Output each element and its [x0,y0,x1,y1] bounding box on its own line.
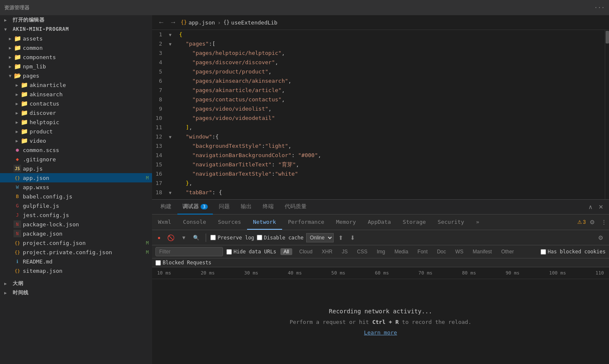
has-blocked-cookies-label[interactable]: Has blocked cookies [541,249,606,255]
filter-manifest-button[interactable]: Manifest [470,248,495,255]
tab-debug[interactable]: 调试器 3 [177,200,213,215]
filter-doc-button[interactable]: Doc [434,248,449,255]
line-arrow-18[interactable]: ▼ [169,188,176,197]
devtools-tab-more[interactable]: » [470,215,485,230]
sidebar-item-pages[interactable]: ▼ 📂 pages [0,71,152,80]
line-num-11: 11 [152,123,169,132]
search-button[interactable]: 🔍 [191,234,201,242]
filter-media-button[interactable]: Media [392,248,411,255]
record-button[interactable]: ● [155,234,163,242]
preserve-log-checkbox[interactable] [210,235,216,240]
sidebar-item-contactus[interactable]: ▶ 📁 contactus [0,99,152,108]
download-button[interactable]: ⬇ [348,233,357,242]
devtools-right-controls: ⚠ 3 ⚙ ⋮ [577,217,609,227]
tab-output[interactable]: 输出 [236,200,257,215]
section-outline[interactable]: ▶ 大纲 [0,279,152,288]
tab-debug-badge: 3 [201,204,208,209]
recording-description: Perform a request or hit Ctrl + R to rec… [290,319,471,325]
warning-icon: ⚠ [577,219,582,225]
sidebar-item-common-scss[interactable]: ● common.scss [0,145,152,155]
sidebar-item-app-json[interactable]: {} app.json M [0,173,152,182]
sidebar-item-project-private-config[interactable]: {} project.private.config.json M [0,247,152,257]
sidebar-item-common[interactable]: ▶ 📁 common [0,43,152,52]
tab-codequality[interactable]: 代码质量 [280,200,312,215]
filter-cloud-button[interactable]: Cloud [296,248,315,255]
sidebar-item-akinsearch[interactable]: ▶ 📁 akinsearch [0,90,152,99]
warning-badge-button[interactable]: ⚠ 3 [577,219,586,225]
devtools-tab-console[interactable]: Console [177,215,212,230]
devtools-more-button[interactable]: ⋮ [599,217,609,227]
sidebar-item-gitignore[interactable]: ◆ .gitignore [0,155,152,164]
devtools-tab-sources[interactable]: Sources [212,215,247,230]
devtools-tab-appdata[interactable]: AppData [362,215,397,230]
panel-close-button[interactable]: ✕ [596,202,606,212]
filter-all-button[interactable]: All [280,248,292,255]
sidebar-item-gulpfile[interactable]: G gulpfile.js [0,201,152,210]
sidebar-item-assets[interactable]: ▶ 📁 assets [0,34,152,43]
tab-build[interactable]: 构建 [155,200,177,215]
has-blocked-cookies-checkbox[interactable] [541,249,546,255]
preserve-log-label[interactable]: Preserve log [210,235,254,241]
disable-cache-label[interactable]: Disable cache [257,235,304,241]
devtools-tab-memory[interactable]: Memory [330,215,362,230]
sidebar-item-project-config[interactable]: {} project.config.json M [0,238,152,247]
devtools-settings-button[interactable]: ⚙ [587,217,597,227]
filter-xhr-button[interactable]: XHR [319,248,335,255]
filter-button[interactable]: ▼ [179,234,188,242]
filter-font-button[interactable]: Font [415,248,431,255]
tab-terminal[interactable]: 终端 [258,200,279,215]
sidebar-item-jest-config[interactable]: J jest.config.js [0,210,152,220]
minimap-thumb[interactable] [606,31,609,43]
tab-issues[interactable]: 问题 [214,200,235,215]
hide-data-urls-checkbox[interactable] [226,249,232,255]
devtools-tab-security[interactable]: Security [432,215,470,230]
learn-more-link[interactable]: Learn more [364,329,397,336]
sidebar-item-sitemap[interactable]: {} sitemap.json [0,266,152,275]
section-timeline[interactable]: ▶ 时间线 [0,288,152,297]
sidebar-item-app-js[interactable]: JS app.js [0,164,152,173]
clear-button[interactable]: 🚫 [165,233,177,242]
line-arrow-1[interactable]: ▼ [169,30,176,39]
devtools-tab-storage[interactable]: Storage [397,215,432,230]
line-arrow-12[interactable]: ▼ [169,132,176,141]
devtools-tab-network[interactable]: Network [247,215,282,230]
sidebar-item-akinarticle[interactable]: ▶ 📁 akinarticle [0,80,152,90]
filter-css-button[interactable]: CSS [354,248,370,255]
filter-ws-button[interactable]: WS [452,248,466,255]
sidebar-item-readme[interactable]: ℹ README.md [0,257,152,266]
sidebar-item-app-wxss[interactable]: W app.wxss [0,182,152,192]
line-arrow-2[interactable]: ▼ [169,39,176,49]
section-open-editors[interactable]: ▶ 打开的编辑器 [0,15,152,24]
devtools-tab-wxml[interactable]: Wxml [152,215,177,230]
section-project[interactable]: ▼ AKIN-MINI-PROGRAM [0,24,152,34]
blocked-requests-label[interactable]: Blocked Requests [155,260,212,266]
console-tab-label: Console [183,219,206,225]
disable-cache-checkbox[interactable] [257,235,262,240]
panel-collapse-button[interactable]: ∧ [586,202,595,212]
nav-back-button[interactable]: ← [156,18,166,27]
filter-input[interactable] [155,247,223,256]
hide-data-urls-label[interactable]: Hide data URLs [226,249,276,255]
devtools-tab-performance[interactable]: Performance [282,215,330,230]
sidebar-item-npm-lib[interactable]: ▶ 📁 npm_lib [0,62,152,71]
sidebar-item-package-json[interactable]: N package.json [0,229,152,238]
sidebar-item-video[interactable]: ▶ 📁 video [0,136,152,145]
upload-button[interactable]: ⬆ [336,233,345,242]
filter-img-button[interactable]: Img [374,248,388,255]
network-settings-button[interactable]: ⚙ [596,233,606,242]
sidebar-item-discover[interactable]: ▶ 📁 discover [0,108,152,117]
sidebar-item-package-lock[interactable]: N package-lock.json [0,220,152,229]
code-editor[interactable]: 1 ▼ { 2 ▼ "pages":[ 3 "pages/helptopic/h… [152,30,609,199]
tab-debug-label: 调试器 [182,203,199,210]
blocked-requests-checkbox[interactable] [155,260,161,266]
nav-forward-button[interactable]: → [168,18,178,27]
sidebar-item-helptopic[interactable]: ▶ 📁 helptopic [0,117,152,127]
throttle-select[interactable]: Online [306,233,334,242]
sidebar-item-babel-config[interactable]: B babel.config.js [0,192,152,201]
filter-other-button[interactable]: Other [498,248,517,255]
top-bar-dots[interactable]: ··· [594,4,605,11]
timeline-nav-label: 时间线 [13,289,29,296]
sidebar-item-product[interactable]: ▶ 📁 product [0,127,152,136]
filter-js-button[interactable]: JS [339,248,351,255]
sidebar-item-components[interactable]: ▶ 📁 components [0,52,152,62]
